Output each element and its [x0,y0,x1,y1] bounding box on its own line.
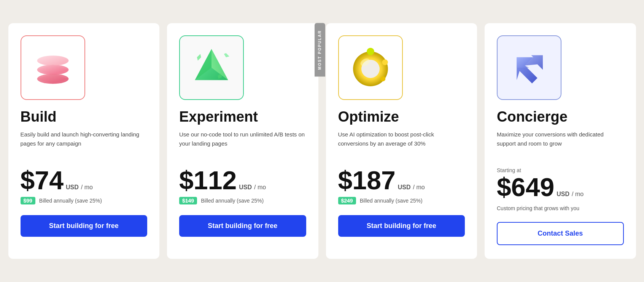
plan-name-experiment: Experiment [179,109,306,125]
svg-marker-6 [224,53,229,57]
billed-text-optimize: Billed annually (save 25%) [360,198,423,204]
plan-card-optimize: Optimize Use AI optimization to boost po… [326,23,477,259]
most-popular-badge: MOST POPULAR [315,23,325,77]
price-period-build: / mo [81,184,93,191]
plan-icon-wrapper-optimize [338,35,403,100]
price-amount-optimize: $187 [338,167,396,193]
cta-button-experiment[interactable]: Start building for free [179,215,306,237]
original-price-experiment: $149 [179,197,197,204]
price-currency-concierge: USD [557,191,569,198]
cta-button-build[interactable]: Start building for free [21,215,148,237]
plan-icon-wrapper-experiment [179,35,244,100]
svg-point-12 [382,59,388,65]
cta-button-optimize[interactable]: Start building for free [338,215,465,237]
custom-pricing-text: Custom pricing that grows with you [497,205,624,211]
plan-name-concierge: Concierge [497,109,624,125]
price-currency-experiment: USD [239,184,252,191]
price-row-build: $74 USD / mo [21,167,148,193]
plan-icon-wrapper-build [21,35,85,100]
price-amount-build: $74 [21,167,64,193]
plan-name-optimize: Optimize [338,109,465,125]
pricing-grid: Build Easily build and launch high-conve… [8,23,636,259]
price-amount-concierge: $649 [497,174,554,200]
plan-description-optimize: Use AI optimization to boost post-click … [338,130,465,157]
price-period-concierge: / mo [572,191,584,198]
price-row-optimize: $187 USD / mo [338,167,465,193]
svg-point-2 [37,55,68,65]
cta-button-concierge[interactable]: Contact Sales [497,222,624,245]
price-row-concierge: $649 USD / mo [497,174,624,200]
plan-card-build: Build Easily build and launch high-conve… [8,23,160,259]
price-currency-optimize: USD [398,184,411,191]
plan-icon-wrapper-concierge [497,35,561,100]
build-icon [30,45,76,90]
price-row-experiment: $112 USD / mo [179,167,306,193]
concierge-icon [506,45,552,90]
billed-row-build: $99 Billed annually (save 25%) [21,197,148,204]
price-period-experiment: / mo [254,184,266,191]
plan-card-concierge: Concierge Maximize your conversions with… [485,23,636,259]
price-amount-experiment: $112 [179,167,237,193]
original-price-optimize: $249 [338,197,356,204]
plan-description-concierge: Maximize your conversions with dedicated… [497,130,624,157]
original-price-build: $99 [21,197,35,204]
plan-name-build: Build [21,109,148,125]
plan-card-experiment: MOST POPULAR [167,23,318,259]
plan-description-experiment: Use our no-code tool to run unlimited A/… [179,130,306,157]
svg-marker-7 [197,54,201,60]
svg-point-13 [380,76,385,81]
billed-text-build: Billed annually (save 25%) [39,198,102,204]
price-period-optimize: / mo [413,184,425,191]
price-currency-build: USD [66,184,79,191]
billed-row-experiment: $149 Billed annually (save 25%) [179,197,306,204]
billed-row-optimize: $249 Billed annually (save 25%) [338,197,465,204]
billed-text-experiment: Billed annually (save 25%) [201,198,264,204]
plan-description-build: Easily build and launch high-converting … [21,130,148,157]
optimize-icon [348,45,393,90]
experiment-icon [189,45,234,90]
svg-point-11 [367,48,374,55]
